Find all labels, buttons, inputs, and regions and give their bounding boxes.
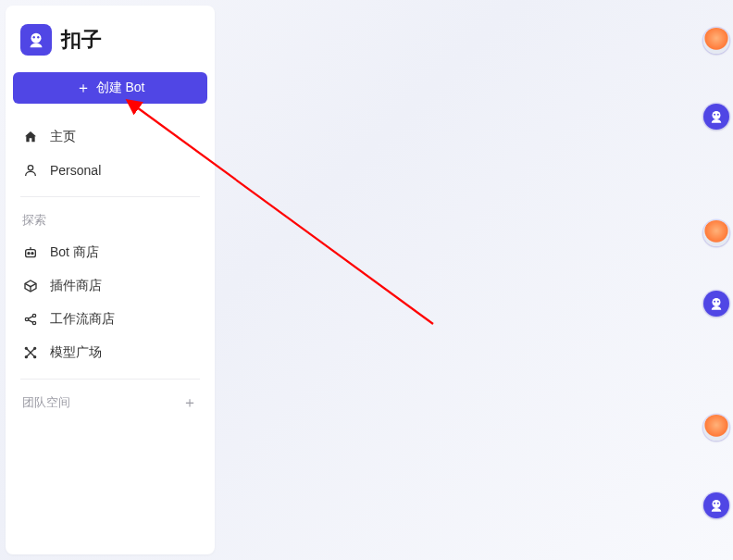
divider	[20, 379, 200, 380]
sidebar: 扣子 ＋ 创建 Bot 主页 Personal 探索 Bot 商店 插件商店 工…	[6, 6, 215, 554]
team-space-header: 团队空间 ＋	[13, 389, 207, 417]
svg-point-3	[28, 166, 32, 170]
svg-point-29	[714, 503, 715, 504]
crossed-tools-icon	[22, 344, 39, 361]
svg-point-25	[713, 298, 721, 306]
svg-point-26	[714, 301, 715, 303]
divider	[20, 196, 200, 197]
avatar-item[interactable]	[703, 415, 729, 441]
nav-model-plaza[interactable]: 模型广场	[13, 336, 207, 369]
avatar-item[interactable]	[703, 28, 729, 54]
svg-rect-4	[26, 250, 36, 257]
nav-label: 主页	[50, 129, 76, 145]
svg-point-22	[713, 111, 721, 119]
nav-label: 工作流商店	[50, 311, 115, 328]
svg-point-23	[714, 114, 715, 116]
svg-point-2	[37, 36, 39, 38]
nav-workflow-store[interactable]: 工作流商店	[13, 303, 207, 336]
svg-point-6	[31, 253, 33, 255]
nav-plugin-store[interactable]: 插件商店	[13, 269, 207, 303]
svg-point-5	[28, 253, 30, 255]
svg-point-30	[717, 503, 719, 504]
user-icon	[22, 162, 39, 179]
cube-icon	[22, 278, 39, 294]
nav-personal[interactable]: Personal	[13, 154, 207, 187]
create-bot-label: 创建 Bot	[96, 80, 145, 96]
create-bot-button[interactable]: ＋ 创建 Bot	[13, 72, 207, 104]
nav-home[interactable]: 主页	[13, 120, 207, 154]
nav-bot-store[interactable]: Bot 商店	[13, 236, 207, 269]
brand: 扣子	[13, 20, 207, 72]
home-icon	[22, 129, 39, 145]
right-avatar-rail	[698, 0, 731, 560]
add-team-button[interactable]: ＋	[181, 394, 198, 411]
plus-icon: ＋	[76, 81, 91, 95]
avatar-item[interactable]	[703, 492, 729, 518]
nav-label: 插件商店	[50, 278, 102, 294]
avatar-item[interactable]	[703, 104, 729, 130]
svg-line-13	[28, 320, 32, 323]
svg-point-1	[33, 36, 35, 38]
svg-point-27	[717, 301, 719, 303]
svg-point-28	[713, 500, 721, 508]
avatar-item[interactable]	[703, 220, 729, 246]
svg-line-12	[28, 317, 32, 319]
nav-label: 模型广场	[50, 344, 102, 361]
avatar-item[interactable]	[703, 291, 729, 317]
nav-label: Personal	[50, 163, 101, 178]
bot-icon	[22, 244, 39, 261]
svg-point-24	[717, 114, 719, 116]
svg-point-0	[31, 33, 42, 44]
share-icon	[22, 311, 39, 328]
section-explore-label: 探索	[13, 206, 207, 236]
brand-title: 扣子	[61, 26, 102, 54]
team-space-label: 团队空间	[22, 394, 70, 411]
main-canvas	[222, 0, 733, 560]
brand-logo-icon	[20, 24, 52, 56]
nav-label: Bot 商店	[50, 244, 99, 261]
